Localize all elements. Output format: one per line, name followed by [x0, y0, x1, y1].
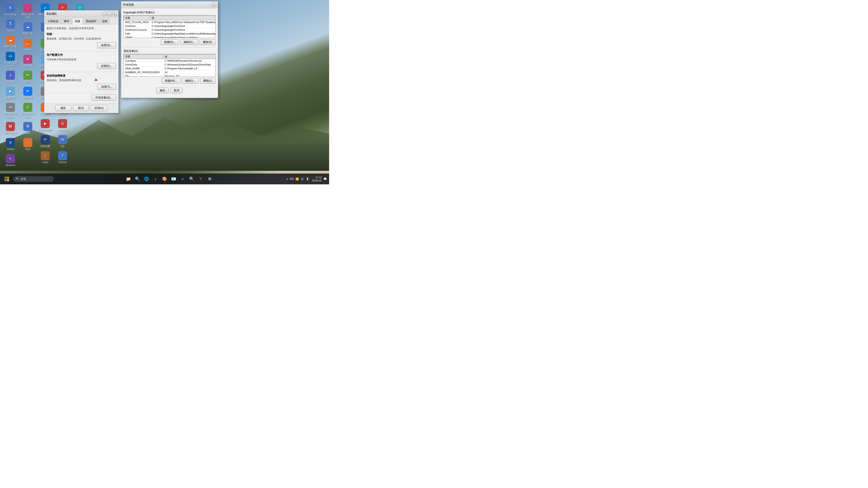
tab-hardware[interactable]: 硬件 — [61, 18, 72, 24]
wps-icon: W — [6, 122, 15, 131]
desktop-icon-bilibili[interactable]: B 哔哩哔哩 — [20, 54, 36, 68]
taskbar-music[interactable]: ♪ — [151, 175, 160, 183]
user-var-row-moz[interactable]: MOZ_PLUGIN_PATH C:\Program Files (x86)\F… — [124, 20, 216, 24]
desktop-icon-netease-disk[interactable]: ☁ 网易云盘 — [20, 21, 36, 36]
netease-disk-icon: ☁ — [23, 22, 32, 31]
desktop-icon-xunke[interactable]: 迅 迅游 — [20, 121, 36, 136]
taskbar-browser[interactable]: 🌐 — [143, 175, 151, 183]
user-profiles-desc: 与登录账户相关的桌面设置 — [46, 58, 116, 61]
start-button[interactable] — [2, 174, 11, 184]
clock[interactable]: 11:12 2024/1/2 — [312, 176, 322, 182]
taskbar-misc[interactable]: ⚙ — [206, 175, 214, 183]
desktop-icon-jururale[interactable]: J Jururale — [2, 70, 19, 85]
taskbar-mail[interactable]: 📧 — [169, 175, 178, 183]
env-vars-titlebar: 环境变量 ✕ — [121, 1, 218, 8]
sys-var-row-comspec[interactable]: ComSpec C:\WINDOWS\system32\cmd.exe — [124, 59, 216, 63]
tab-computer-name[interactable]: 计算机名 — [45, 18, 61, 24]
desktop-icon-vmware[interactable]: VM VMware Workstati... — [2, 102, 19, 120]
sys-var-row-os[interactable]: OS Windows_NT — [124, 74, 216, 77]
desktop-icon-chrome[interactable]: G Google Chrome — [20, 102, 36, 120]
desktop-icon-qq[interactable]: QQ QQ — [55, 134, 71, 149]
desktop-icon-vscode[interactable]: VS Visual Studio Code — [2, 51, 19, 68]
close-button[interactable]: ✕ — [112, 12, 117, 16]
desktop-icon-opera[interactable]: O Opera 涅 — [55, 118, 71, 133]
desktop-icon-istary[interactable]: i i.stary — [37, 150, 53, 165]
desktop-icon-typora[interactable]: T Typora — [2, 18, 19, 33]
sys-new-button[interactable]: 新建(W)... — [162, 78, 180, 84]
user-var-row-onedrivecon[interactable]: OneDriveConsumer C:\Users\liuguanglei\On… — [124, 28, 216, 32]
tab-system-protection[interactable]: 系统保护 — [83, 18, 99, 24]
language-indicator[interactable]: EN — [290, 177, 294, 181]
user-profiles-section: 用户配置文件 与登录账户相关的桌面设置 设置(E)... — [46, 53, 116, 69]
tray-arrow[interactable]: ∧ — [286, 177, 288, 181]
user-var-row-temp[interactable]: TEMP C:\Users\liuguanglei\AppData\Local\… — [124, 36, 216, 38]
taskbar-search-box[interactable]: 🔍 搜索 — [13, 176, 54, 182]
sys-var-row-numproc[interactable]: NUMBER_OF_PROCESSORS 24 — [124, 70, 216, 74]
user-var-row-onedrive[interactable]: OneDrive C:\Users\liuguanglei\OneDrive — [124, 24, 216, 28]
notification-icon[interactable]: 💬 — [323, 177, 327, 181]
desktop-icon-firefox[interactable]: 🦊 Firefox — [20, 37, 36, 53]
user-profiles-settings-button[interactable]: 设置(E)... — [97, 63, 116, 69]
user-delete-button[interactable]: 删除(D) — [199, 39, 216, 45]
system-properties-title: 系统属性 — [46, 12, 57, 16]
sys-vars-table-scroll[interactable]: 变量 值 ComSpec C:\WINDOWS\system32\cmd.exe… — [123, 54, 216, 76]
divider3 — [46, 93, 116, 93]
potplayer-icon: ▶ — [41, 119, 50, 128]
apply-button[interactable]: 应用(A) — [91, 105, 107, 111]
performance-settings-button[interactable]: 设置(S)... — [97, 42, 116, 48]
desktop-icon-everything[interactable]: E Everything — [2, 2, 19, 17]
desktop-icon-netease-cloud[interactable]: ☁ 网易云课堂 — [2, 34, 19, 49]
desktop-icon-player[interactable]: ▶ 迅雷影音 — [2, 86, 19, 101]
desktop-icon-wechat[interactable]: We 微信 — [20, 70, 36, 85]
taskbar-paint[interactable]: 🎨 — [160, 175, 168, 183]
user-vars-table: 变量 值 MOZ_PLUGIN_PATH C:\Program Files (x… — [124, 15, 216, 38]
desktop-icon-denuevo[interactable]: ● denuevo — [2, 153, 19, 168]
system-properties-bottom-buttons: 确定 取消 应用(A) — [44, 103, 119, 113]
taskbar-right: ∧ EN 📶 🔊 🔋 11:12 2024/1/2 💬 — [284, 176, 327, 182]
env-vars-button[interactable]: 环境变量(N)... — [92, 95, 116, 101]
maximize-button[interactable]: □ — [107, 12, 112, 16]
taskbar-file-manager[interactable]: 📁 — [124, 175, 132, 183]
env-titlebar-buttons: ✕ — [212, 3, 216, 7]
desktop-icon-todesk[interactable]: T ToDesk — [55, 150, 71, 165]
desktop-icon-music2[interactable]: ♫ 音乐 — [20, 137, 36, 152]
startup-settings-button[interactable]: 设置(T)... — [97, 84, 116, 90]
env-cancel-button[interactable]: 取消 — [170, 88, 183, 93]
user-vars-buttons: 新建(N)... 编辑(E)... 删除(D) — [123, 39, 216, 45]
sys-var-os-value: Windows_NT — [163, 74, 216, 77]
taskbar-edge[interactable]: e — [179, 175, 187, 183]
sys-var-comspec-name: ComSpec — [124, 59, 163, 63]
system-tray: ∧ EN 📶 🔊 🔋 — [284, 176, 311, 182]
netease-cloud-icon: ☁ — [6, 35, 15, 44]
user-edit-button[interactable]: 编辑(E)... — [180, 39, 198, 45]
desktop-icon-wps[interactable]: W WPS Office — [2, 121, 19, 136]
env-close-button[interactable]: ✕ — [212, 3, 216, 7]
user-var-row-path[interactable]: Path C:\Users\liuguanglei\AppData\Local\… — [124, 32, 216, 36]
tab-advanced[interactable]: 高级 — [72, 18, 83, 24]
windows-logo-icon — [4, 177, 9, 181]
minimize-button[interactable]: — — [102, 12, 107, 16]
desktop-icon-xmind[interactable]: X Xmind — [2, 137, 19, 152]
qq-icon: QQ — [58, 135, 67, 144]
startup-title: 启动和故障恢复 — [46, 74, 116, 78]
desktop-icon-map[interactable]: 📷 百格地图 — [37, 134, 53, 149]
taskbar-search[interactable]: 🔍 — [133, 175, 142, 183]
sys-var-row-javahome[interactable]: JAVA_HOME C:\Program Files\Java\jdk-1.8 — [124, 67, 216, 70]
taskbar-left: 🔍 搜索 — [2, 174, 54, 184]
cancel-button[interactable]: 取消 — [73, 105, 89, 111]
desktop-icon-music[interactable]: ♪ 网易云音乐大神 — [20, 2, 36, 20]
desktop-icon-dingtalk[interactable]: 钉 钉钉网通 — [20, 86, 36, 101]
desktop-icon-potplayer[interactable]: ▶ PotPlayer64 — [37, 118, 53, 133]
search-icon: 🔍 — [16, 177, 19, 181]
tab-remote[interactable]: 远程 — [99, 18, 110, 24]
user-new-button[interactable]: 新建(N)... — [161, 39, 179, 45]
taskbar-search2[interactable]: 🔍 — [188, 175, 196, 183]
user-vars-table-scroll[interactable]: 变量 值 MOZ_PLUGIN_PATH C:\Program Files (x… — [123, 15, 216, 38]
dingtalk-icon: 钉 — [23, 87, 32, 96]
ok-button[interactable]: 确定 — [55, 105, 71, 111]
sys-edit-button[interactable]: 编辑(I)... — [182, 78, 199, 84]
taskbar-youdao[interactable]: Y — [197, 175, 205, 183]
env-ok-button[interactable]: 确定 — [156, 88, 168, 93]
sys-delete-button[interactable]: 删除(L) — [200, 78, 216, 84]
sys-var-row-driverdata[interactable]: DriverData C:\Windows\System32\Drivers\D… — [124, 63, 216, 67]
